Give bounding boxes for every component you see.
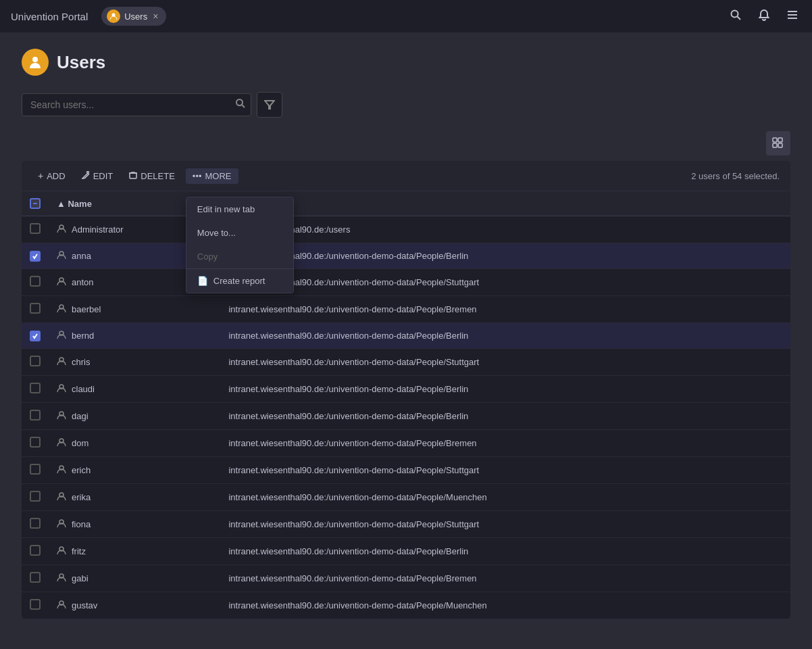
- page-header: Users: [22, 49, 790, 76]
- filter-button[interactable]: [257, 92, 282, 118]
- row-name: erich: [72, 465, 91, 475]
- create-report-item[interactable]: 📄 Create report: [186, 269, 293, 293]
- topbar: Univention Portal Users ×: [0, 0, 812, 32]
- notifications-button[interactable]: [755, 6, 773, 27]
- move-to-label: Move to...: [197, 228, 236, 238]
- row-path-cell: intranet.wiesenthal90.de:/univention-dem…: [220, 376, 790, 403]
- user-icon: [57, 546, 66, 557]
- row-path-cell: intranet.wiesenthal90.de:/univention-dem…: [220, 457, 790, 484]
- edit-button[interactable]: EDIT: [76, 168, 119, 184]
- row-path-cell: intranet.wiesenthal90.de:/univention-dem…: [220, 484, 790, 511]
- row-name-cell: erika: [49, 484, 220, 511]
- svg-point-1: [732, 10, 738, 17]
- row-name: fritz: [72, 546, 86, 556]
- table-row: erika intranet.wiesenthal90.de:/univenti…: [22, 484, 790, 511]
- toolbar: + ADD EDIT: [22, 161, 790, 191]
- row-checkbox[interactable]: [30, 223, 41, 234]
- create-report-label: Create report: [213, 276, 265, 286]
- create-report-icon: 📄: [197, 276, 208, 286]
- user-icon: [57, 330, 66, 341]
- edit-new-tab-item[interactable]: Edit in new tab: [186, 197, 293, 221]
- page-header-avatar: [22, 49, 49, 76]
- row-checkbox[interactable]: [30, 303, 41, 314]
- search-button[interactable]: [727, 6, 744, 27]
- copy-item[interactable]: Copy: [186, 245, 293, 268]
- header-checkbox[interactable]: [30, 198, 41, 209]
- svg-rect-13: [778, 143, 782, 147]
- row-path-cell: intranet.wiesenthal90.de:/univention-dem…: [220, 323, 790, 349]
- user-icon: [57, 573, 66, 584]
- svg-point-7: [236, 99, 243, 105]
- user-icon: [57, 410, 66, 422]
- header-checkbox-cell: [22, 191, 49, 216]
- table-row: claudi intranet.wiesenthal90.de:/univent…: [22, 376, 790, 403]
- menu-button[interactable]: [784, 6, 801, 27]
- svg-line-8: [242, 105, 245, 107]
- tab-close-button[interactable]: ×: [151, 11, 159, 21]
- more-button[interactable]: ••• MORE: [186, 168, 238, 184]
- search-input[interactable]: [22, 93, 251, 116]
- row-name: gustav: [72, 600, 97, 610]
- row-path-cell: intranet.wiesenthal90.de:/univention-dem…: [220, 269, 790, 296]
- table-row: bernd intranet.wiesenthal90.de:/univenti…: [22, 323, 790, 349]
- row-name-cell: dagi: [49, 403, 220, 430]
- row-name-cell: claudi: [49, 376, 220, 403]
- row-checkbox[interactable]: [30, 464, 41, 475]
- row-name: baerbel: [72, 304, 101, 314]
- row-path-cell: intranet.wiesenthal90.de:/univention-dem…: [220, 430, 790, 457]
- more-dots-icon: •••: [193, 171, 202, 181]
- user-icon: [57, 304, 66, 315]
- row-name: dagi: [72, 411, 88, 421]
- add-button[interactable]: + ADD: [32, 168, 71, 184]
- user-icon: [57, 519, 66, 530]
- tab-label: Users: [124, 11, 147, 22]
- row-path-cell: intranet.wiesenthal90.de:/univention-dem…: [220, 403, 790, 430]
- table-row: anton intranet.wiesenthal90.de:/univenti…: [22, 269, 790, 296]
- row-checkbox[interactable]: [30, 545, 41, 556]
- more-menu-container: ••• MORE Edit in new tab Move to... Copy: [186, 168, 238, 184]
- user-icon: [57, 600, 66, 611]
- row-checkbox[interactable]: [30, 383, 41, 393]
- row-checkbox[interactable]: [30, 251, 41, 262]
- grid-toggle-button[interactable]: [766, 131, 790, 155]
- row-checkbox[interactable]: [30, 437, 41, 448]
- row-name: fiona: [72, 519, 91, 529]
- row-name-cell: fiona: [49, 511, 220, 538]
- row-checkbox[interactable]: [30, 491, 41, 502]
- row-checkbox[interactable]: [30, 276, 41, 287]
- row-name-cell: chris: [49, 349, 220, 376]
- row-checkbox[interactable]: [30, 518, 41, 529]
- row-path-cell: intranet.wiesenthal90.de:/univention-dem…: [220, 511, 790, 538]
- table-row: fritz intranet.wiesenthal90.de:/univenti…: [22, 538, 790, 565]
- table-row: Administrator intranet.wiesenthal90.de:/…: [22, 216, 790, 243]
- svg-rect-12: [773, 143, 777, 147]
- row-name: claudi: [72, 384, 95, 394]
- table-row: dom intranet.wiesenthal90.de:/univention…: [22, 430, 790, 457]
- search-container: [22, 93, 251, 116]
- table-row: dagi intranet.wiesenthal90.de:/univentio…: [22, 403, 790, 430]
- delete-icon: [129, 170, 137, 181]
- user-icon: [57, 250, 66, 262]
- users-tab[interactable]: Users ×: [101, 7, 166, 26]
- table-row: fiona intranet.wiesenthal90.de:/univenti…: [22, 511, 790, 538]
- row-checkbox[interactable]: [30, 599, 41, 610]
- svg-point-6: [32, 57, 38, 62]
- row-name-cell: gabi: [49, 565, 220, 592]
- row-checkbox[interactable]: [30, 572, 41, 583]
- table-row: erich intranet.wiesenthal90.de:/univenti…: [22, 457, 790, 484]
- row-checkbox[interactable]: [30, 331, 41, 341]
- search-icon-button[interactable]: [235, 98, 246, 112]
- user-icon: [57, 356, 66, 368]
- user-icon: [57, 277, 66, 288]
- row-checkbox[interactable]: [30, 410, 41, 420]
- table-row: anna intranet.wiesenthal90.de:/univentio…: [22, 243, 790, 269]
- row-checkbox[interactable]: [30, 356, 41, 366]
- topbar-icons: [727, 6, 801, 27]
- row-name-cell: baerbel: [49, 296, 220, 323]
- row-name: chris: [72, 357, 90, 367]
- delete-button[interactable]: DELETE: [124, 168, 180, 184]
- move-to-item[interactable]: Move to...: [186, 221, 293, 245]
- grid-toggle-row: [22, 131, 790, 155]
- svg-marker-9: [265, 101, 274, 109]
- table-container: + ADD EDIT: [22, 161, 790, 619]
